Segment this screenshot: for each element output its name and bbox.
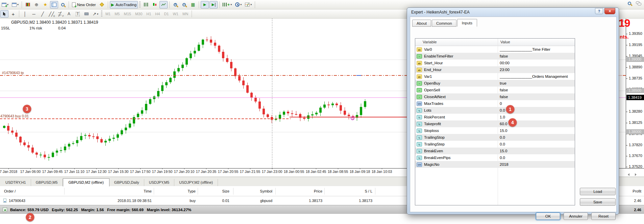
param-row-closeatnext[interactable]: ~CloseAtNextfalse bbox=[415, 93, 575, 100]
param-value[interactable]: 23:00 bbox=[497, 68, 510, 72]
param-row-takeprofit[interactable]: ½Takeprofit60.0 bbox=[415, 120, 575, 127]
line-chart-button[interactable] bbox=[159, 1, 168, 8]
buy-line-label[interactable]: 4790643 buy 0.01 bbox=[0, 114, 29, 118]
close-button[interactable]: × bbox=[604, 8, 615, 14]
param-value[interactable]: 1.0 bbox=[497, 115, 505, 119]
param-value[interactable]: 0.0 bbox=[497, 156, 505, 160]
param-row-opensell[interactable]: ~OpenSellfalse bbox=[415, 87, 575, 93]
param-row-var0[interactable]: abVar0_______________Time Filter bbox=[415, 46, 575, 53]
timeframe-button-m30[interactable]: M30 bbox=[135, 12, 142, 16]
cancel-button[interactable]: Annuler bbox=[564, 212, 588, 220]
data-window-button[interactable]: ⊕ bbox=[32, 1, 41, 8]
timeframe-button-m1[interactable]: M1 bbox=[105, 12, 110, 16]
scroll-left-icon[interactable] bbox=[628, 173, 629, 176]
param-row-openbuy[interactable]: ~OpenBuytrue bbox=[415, 80, 575, 87]
new-chart-button[interactable]: +▾ bbox=[0, 1, 10, 8]
candlestick-chart-button[interactable] bbox=[151, 1, 159, 8]
tab-inputs[interactable]: Inputs bbox=[457, 19, 477, 27]
column-header-size[interactable]: Size bbox=[199, 186, 229, 196]
tp-line-label[interactable]: #14790643 tp bbox=[2, 71, 24, 75]
param-value[interactable]: false bbox=[497, 88, 508, 92]
param-value[interactable]: 60.0 bbox=[497, 122, 507, 126]
value-column-header[interactable]: Value bbox=[500, 40, 510, 44]
chart-shift-button[interactable]: ▶ bbox=[209, 1, 218, 8]
timeframe-button-h4[interactable]: H4 bbox=[155, 12, 160, 16]
param-value[interactable]: false bbox=[497, 54, 508, 58]
param-value[interactable]: 0.0 bbox=[497, 108, 505, 112]
fibonacci-tool-button[interactable]: ╱F bbox=[56, 10, 64, 18]
label-tool-button[interactable]: T bbox=[74, 10, 82, 18]
chart-tab-gbpusd-m5[interactable]: GBPUSD,M5 bbox=[31, 179, 63, 186]
terminal-button[interactable] bbox=[50, 1, 58, 8]
timeframe-button-h1[interactable]: H1 bbox=[146, 12, 151, 16]
param-value[interactable]: 15.0 bbox=[497, 149, 507, 153]
auto-scroll-button[interactable]: ▶ bbox=[201, 1, 209, 8]
chart-tab-usdtry-h1[interactable]: USDTRY,H1 bbox=[1, 179, 31, 186]
param-value[interactable]: _______________Orders Management bbox=[497, 74, 568, 79]
templates-button[interactable]: ▾ bbox=[244, 1, 253, 8]
column-header-order[interactable]: Order / bbox=[4, 186, 16, 196]
tab-common[interactable]: Common bbox=[432, 20, 456, 27]
script-button[interactable] bbox=[98, 1, 106, 8]
param-row-var1[interactable]: abVar1_______________Orders Management bbox=[415, 73, 575, 80]
param-row-breakeven[interactable]: ½BreakEven15.0 bbox=[415, 148, 575, 154]
zoom-out-button[interactable]: − bbox=[180, 1, 188, 8]
param-value[interactable]: 0 bbox=[497, 102, 502, 106]
tile-windows-button[interactable]: ▦ bbox=[189, 1, 197, 8]
search-icon[interactable] bbox=[628, 2, 631, 5]
buy-order-line[interactable] bbox=[0, 118, 291, 119]
text-tool-button[interactable]: A bbox=[65, 10, 73, 18]
help-button[interactable]: ? bbox=[595, 8, 603, 14]
column-header-time[interactable]: Time bbox=[84, 186, 152, 196]
param-value[interactable]: true bbox=[497, 81, 506, 85]
vertical-line-tool-button[interactable]: │ bbox=[21, 10, 29, 18]
load-button[interactable]: Load bbox=[580, 188, 616, 195]
param-value[interactable]: 2018 bbox=[497, 162, 509, 166]
column-header-price[interactable]: Price bbox=[278, 186, 322, 196]
chart-tab-usdjpy-m5[interactable]: USDJPY,M5 bbox=[144, 179, 174, 186]
profiles-button[interactable]: ▾ bbox=[10, 1, 20, 8]
param-row-breakevenpips[interactable]: ½BreakEvenPips0.0 bbox=[415, 154, 575, 161]
navigator-button[interactable]: ★ bbox=[41, 1, 49, 8]
param-row-riskpercent[interactable]: ½RiskPercent1.0 bbox=[415, 114, 575, 120]
param-value[interactable]: false bbox=[497, 95, 508, 99]
param-value[interactable]: _______________Time Filter bbox=[497, 47, 550, 51]
chart-tab-gbpusd-daily[interactable]: GBPUSD,Daily bbox=[109, 179, 144, 186]
timeframe-button-m15[interactable]: M15 bbox=[124, 12, 131, 16]
reset-button[interactable]: Reset bbox=[591, 212, 616, 220]
column-header-sl[interactable]: S / L bbox=[328, 186, 372, 196]
horizontal-scrollbar[interactable] bbox=[628, 173, 643, 177]
dialog-title[interactable]: Expert - HeikenAshi_forex47-EA bbox=[411, 10, 470, 15]
crosshair-tool-button[interactable]: + bbox=[9, 10, 17, 18]
column-header-type[interactable]: Type bbox=[162, 186, 196, 196]
periods-button[interactable]: ▾ bbox=[234, 1, 243, 8]
chart-tab-gbpusd-m2-offline-[interactable]: GBPUSD,M2 (offline) bbox=[63, 178, 109, 186]
chart-tab-usdjpy-m2-offline-[interactable]: USDJPY,M2 (offline) bbox=[174, 179, 218, 186]
tab-about[interactable]: About bbox=[412, 20, 431, 27]
param-value[interactable]: 0.0 bbox=[497, 135, 505, 139]
timeframe-button-m5[interactable]: M5 bbox=[115, 12, 120, 16]
param-value[interactable]: 15.0 bbox=[497, 129, 507, 133]
bar-chart-button[interactable] bbox=[142, 1, 150, 8]
timeframe-button-w1[interactable]: W1 bbox=[173, 12, 178, 16]
param-row-maxtrades[interactable]: 123MaxTrades0 bbox=[415, 100, 575, 107]
variable-column-header[interactable]: Variable bbox=[423, 40, 437, 44]
param-row-magicno[interactable]: 123MagicNo2018 bbox=[415, 161, 575, 168]
timeframe-button-d1[interactable]: D1 bbox=[164, 12, 169, 16]
ok-button[interactable]: OK bbox=[536, 212, 560, 220]
param-row-trailingstep[interactable]: ½TrailingStep0.0 bbox=[415, 141, 575, 148]
market-watch-button[interactable] bbox=[24, 1, 32, 8]
strategy-tester-button[interactable] bbox=[59, 1, 67, 8]
param-row-stoploss[interactable]: ½Stoploss15.0 bbox=[415, 127, 575, 134]
trendline-tool-button[interactable]: ╱ bbox=[39, 10, 47, 18]
scroll-right-icon[interactable] bbox=[635, 173, 637, 176]
autotrading-button[interactable]: ▶AutoTrading bbox=[110, 1, 138, 8]
param-row-enabletimefilter[interactable]: ~EnableTimeFilterfalse bbox=[415, 53, 575, 60]
param-row-trailingstop[interactable]: ½TrailingStop0.0 bbox=[415, 134, 575, 141]
cursor-tool-button[interactable] bbox=[0, 10, 8, 18]
param-value[interactable]: 0.0 bbox=[497, 142, 505, 146]
new-order-button[interactable]: +New Order bbox=[71, 1, 97, 8]
column-header-symbol[interactable]: Symbol bbox=[235, 186, 272, 196]
param-value[interactable]: 00:00 bbox=[497, 61, 510, 65]
stoploss-line[interactable] bbox=[290, 117, 411, 117]
